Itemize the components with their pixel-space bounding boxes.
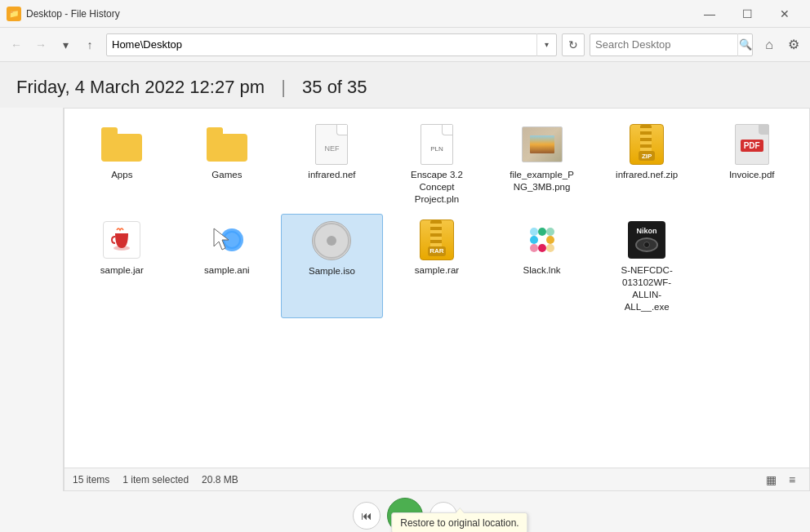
restore-button[interactable]: ● [387, 498, 423, 532]
file-item-games[interactable]: Games [176, 118, 278, 211]
svg-rect-4 [530, 236, 538, 244]
nikon-exe-label: S-NEFCDC-013102WF-ALLIN-ALL__.exe [614, 264, 679, 313]
sample-rar-icon: RAR [416, 219, 458, 261]
infrared-nef-label: infrared.nef [308, 169, 355, 181]
up-button[interactable]: ↑ [78, 33, 101, 56]
forward-button[interactable]: → [29, 33, 52, 56]
prev-button[interactable]: ⏮ [353, 502, 381, 530]
address-input[interactable] [107, 38, 536, 51]
file-item-infrared-nef[interactable]: NEF infrared.nef [281, 118, 383, 211]
file-item-apps[interactable]: Apps [71, 118, 173, 211]
sample-jar-label: sample.jar [100, 264, 144, 277]
search-bar: 🔍 [590, 33, 753, 56]
refresh-button[interactable]: ↻ [562, 33, 585, 56]
file-item-nikon-exe[interactable]: Nikon S-NEFCDC-013102WF-ALLIN-ALL__.exe [596, 214, 698, 318]
invoice-pdf-label: Invoice.pdf [729, 169, 775, 181]
enscape-label: Enscape 3.2 Concept Project.pln [404, 169, 470, 206]
address-dropdown[interactable]: ▾ [536, 33, 556, 56]
sample-iso-icon [310, 219, 353, 262]
prev-icon: ⏮ [361, 509, 372, 522]
file-item-png[interactable]: file_example_PNG_3MB.png [491, 118, 593, 211]
svg-rect-9 [546, 244, 554, 252]
window-title: Desktop - File History [26, 8, 691, 20]
search-button[interactable]: 🔍 [737, 33, 752, 56]
png-label: file_example_PNG_3MB.png [510, 169, 575, 193]
svg-rect-11 [530, 244, 538, 252]
selected-count: 1 item selected [122, 474, 189, 485]
list-view-button[interactable]: ≡ [783, 471, 801, 489]
app-icon: 📁 [7, 7, 21, 21]
search-input[interactable] [590, 38, 737, 51]
sample-rar-label: sample.rar [415, 264, 459, 277]
close-button[interactable]: ✕ [766, 0, 803, 28]
sample-jar-icon [100, 219, 143, 261]
date-separator: | [281, 77, 291, 97]
maximize-button[interactable]: ☐ [728, 0, 766, 28]
file-area: Apps Games NEF [64, 108, 810, 491]
settings-button[interactable]: ⚙ [782, 33, 805, 56]
restore-icon: ● [401, 508, 409, 523]
sample-ani-icon [206, 219, 248, 261]
left-panel [0, 108, 64, 491]
toolbar-right: ⌂ ⚙ [758, 33, 805, 56]
infrared-zip-icon: ZIP [625, 123, 668, 166]
file-count: 35 of 35 [302, 77, 367, 97]
date-bar: Friday, 4 March 2022 12:27 pm | 35 of 35 [0, 62, 810, 108]
items-count: 15 items [73, 474, 109, 485]
status-bar: 15 items 1 item selected 20.8 MB ▦ ≡ [65, 468, 809, 490]
games-label: Games [211, 169, 242, 181]
file-item-sample-jar[interactable]: sample.jar [71, 214, 173, 318]
file-size: 20.8 MB [202, 474, 238, 485]
grid-view-button[interactable]: ▦ [762, 471, 780, 489]
view-controls: ▦ ≡ [762, 471, 801, 489]
sample-ani-label: sample.ani [204, 264, 250, 277]
apps-label: Apps [111, 169, 132, 181]
minimize-button[interactable]: — [691, 0, 728, 28]
png-icon [521, 123, 563, 166]
svg-rect-6 [538, 228, 546, 236]
files-grid: Apps Games NEF [65, 109, 809, 468]
next-button[interactable]: ⏭ [429, 502, 457, 530]
apps-icon [100, 123, 143, 166]
file-item-invoice-pdf[interactable]: PDF Invoice.pdf [701, 118, 803, 211]
sample-iso-label: Sample.iso [309, 265, 355, 277]
svg-rect-5 [530, 228, 538, 236]
date-text: Friday, 4 March 2022 12:27 pm [16, 77, 265, 97]
infrared-zip-label: infrared.nef.zip [616, 169, 678, 181]
file-item-sample-rar[interactable]: RAR sample.rar [386, 214, 488, 318]
file-item-enscape[interactable]: PLN Enscape 3.2 Concept Project.pln [386, 118, 488, 211]
file-item-slack-lnk[interactable]: Slack.lnk [491, 214, 593, 318]
infrared-nef-icon: NEF [310, 123, 353, 166]
next-icon: ⏭ [438, 509, 449, 522]
enscape-icon: PLN [416, 123, 458, 166]
file-item-infrared-zip[interactable]: ZIP infrared.nef.zip [596, 118, 698, 211]
nikon-exe-icon: Nikon [625, 219, 668, 261]
bottom-nav: ⏮ ● ⏭ Restore to original location. [0, 491, 810, 532]
svg-rect-10 [538, 244, 546, 252]
dropdown-button[interactable]: ▾ [54, 33, 77, 56]
title-bar: 📁 Desktop - File History — ☐ ✕ [0, 0, 810, 28]
back-button[interactable]: ← [5, 33, 28, 56]
slack-lnk-label: Slack.lnk [523, 264, 561, 277]
toolbar: ← → ▾ ↑ ▾ ↻ 🔍 ⌂ ⚙ [0, 28, 810, 62]
file-item-sample-ani[interactable]: sample.ani [176, 214, 278, 318]
invoice-pdf-icon: PDF [731, 123, 773, 166]
address-bar: ▾ [106, 33, 557, 56]
home-button[interactable]: ⌂ [758, 33, 781, 56]
file-item-sample-iso[interactable]: Sample.iso [281, 214, 383, 318]
svg-rect-8 [546, 236, 554, 244]
slack-lnk-icon [521, 219, 563, 261]
svg-rect-7 [546, 228, 554, 236]
main-area: Apps Games NEF [0, 108, 810, 491]
games-icon [206, 123, 248, 166]
